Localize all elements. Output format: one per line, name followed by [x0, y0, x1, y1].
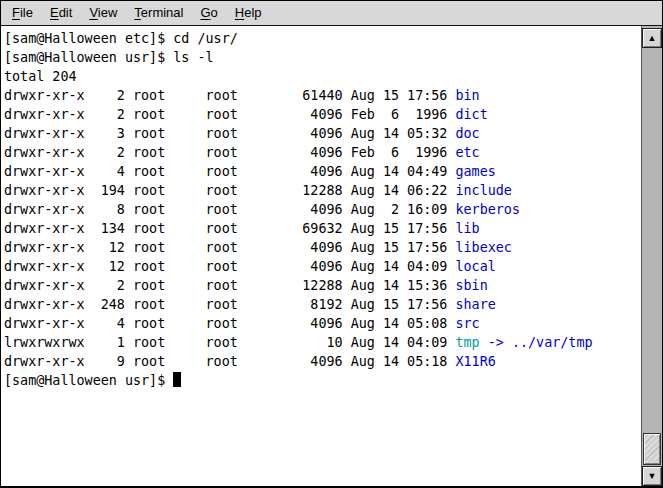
text-segment — [480, 335, 488, 350]
text-segment: drwxr-xr-x 194 root root 12288 Aug 14 06… — [4, 183, 455, 198]
terminal-line: drwxr-xr-x 12 root root 4096 Aug 14 04:0… — [4, 257, 641, 276]
text-segment: drwxr-xr-x 2 root root 4096 Feb 6 1996 — [4, 145, 455, 160]
menu-item-label: V — [89, 5, 97, 20]
text-segment: include — [455, 183, 511, 198]
text-segment: drwxr-xr-x 2 root root 61440 Aug 15 17:5… — [4, 88, 455, 103]
menu-item-label: G — [200, 5, 210, 20]
text-segment: lib — [455, 221, 479, 236]
text-segment: dict — [455, 107, 487, 122]
text-segment: etc — [455, 145, 479, 160]
up-arrow-icon: ▲ — [648, 34, 657, 43]
text-segment: -> ../var/tmp — [488, 335, 593, 350]
terminal-line: lrwxrwxrwx 1 root root 10 Aug 14 04:09 t… — [4, 333, 641, 352]
text-segment: local — [455, 259, 495, 274]
menu-item-help[interactable]: Help — [228, 3, 269, 23]
text-segment: drwxr-xr-x 9 root root 4096 Aug 14 05:18 — [4, 354, 455, 369]
scrollbar: ▲ ▼ — [641, 26, 662, 486]
menu-item-label: E — [50, 5, 59, 20]
text-segment: games — [455, 164, 495, 179]
scroll-up-button[interactable]: ▲ — [642, 28, 662, 48]
menu-item-label: T — [134, 5, 141, 20]
text-segment: tmp — [455, 335, 479, 350]
terminal-line: total 204 — [4, 67, 641, 86]
text-segment: drwxr-xr-x 4 root root 4096 Aug 14 04:49 — [4, 164, 455, 179]
terminal-line: drwxr-xr-x 134 root root 69632 Aug 15 17… — [4, 219, 641, 238]
text-segment: [sam@Halloween usr]$ ls -l — [4, 50, 214, 65]
text-segment: drwxr-xr-x 8 root root 4096 Aug 2 16:09 — [4, 202, 455, 217]
scroll-down-button[interactable]: ▼ — [642, 466, 662, 486]
terminal-line: [sam@Halloween usr]$ — [4, 371, 641, 390]
text-segment: drwxr-xr-x 2 root root 4096 Feb 6 1996 — [4, 107, 455, 122]
text-segment: drwxr-xr-x 134 root root 69632 Aug 15 17… — [4, 221, 455, 236]
terminal-line: drwxr-xr-x 4 root root 4096 Aug 14 04:49… — [4, 162, 641, 181]
terminal-line: drwxr-xr-x 4 root root 4096 Aug 14 05:08… — [4, 314, 641, 333]
text-cursor — [173, 372, 181, 387]
text-segment: [sam@Halloween usr]$ — [4, 373, 173, 388]
text-segment: doc — [455, 126, 479, 141]
text-segment: drwxr-xr-x 12 root root 4096 Aug 15 17:5… — [4, 240, 455, 255]
menu-item-terminal[interactable]: Terminal — [127, 3, 190, 23]
scrollbar-track[interactable] — [642, 50, 662, 464]
menu-item-view[interactable]: View — [82, 3, 124, 23]
menu-bar: FileEditViewTerminalGoHelp — [1, 1, 662, 26]
terminal-line: drwxr-xr-x 8 root root 4096 Aug 2 16:09 … — [4, 200, 641, 219]
menu-item-label: F — [12, 5, 20, 20]
text-segment: drwxr-xr-x 3 root root 4096 Aug 14 05:32 — [4, 126, 455, 141]
terminal-line: drwxr-xr-x 2 root root 4096 Feb 6 1996 e… — [4, 143, 641, 162]
terminal-line: drwxr-xr-x 9 root root 4096 Aug 14 05:18… — [4, 352, 641, 371]
text-segment: share — [455, 297, 495, 312]
terminal-window: FileEditViewTerminalGoHelp [sam@Hallowee… — [0, 0, 663, 488]
text-segment: drwxr-xr-x 12 root root 4096 Aug 14 04:0… — [4, 259, 455, 274]
text-segment: bin — [455, 88, 479, 103]
terminal-line: drwxr-xr-x 248 root root 8192 Aug 15 17:… — [4, 295, 641, 314]
text-segment: total 204 — [4, 69, 77, 84]
text-segment: lrwxrwxrwx 1 root root 10 Aug 14 04:09 — [4, 335, 455, 350]
menu-item-go[interactable]: Go — [193, 3, 224, 23]
terminal-line: drwxr-xr-x 194 root root 12288 Aug 14 06… — [4, 181, 641, 200]
text-segment: src — [455, 316, 479, 331]
terminal-line: drwxr-xr-x 12 root root 4096 Aug 15 17:5… — [4, 238, 641, 257]
terminal-line: drwxr-xr-x 3 root root 4096 Aug 14 05:32… — [4, 124, 641, 143]
terminal-line: drwxr-xr-x 2 root root 4096 Feb 6 1996 d… — [4, 105, 641, 124]
terminal-screen[interactable]: [sam@Halloween etc]$ cd /usr/[sam@Hallow… — [1, 26, 641, 486]
terminal-line: [sam@Halloween usr]$ ls -l — [4, 48, 641, 67]
text-segment: libexec — [455, 240, 511, 255]
menu-item-file[interactable]: File — [5, 3, 40, 23]
menu-item-label: H — [235, 5, 244, 20]
text-segment: drwxr-xr-x 248 root root 8192 Aug 15 17:… — [4, 297, 455, 312]
terminal-line: [sam@Halloween etc]$ cd /usr/ — [4, 29, 641, 48]
text-segment: drwxr-xr-x 4 root root 4096 Aug 14 05:08 — [4, 316, 455, 331]
down-arrow-icon: ▼ — [648, 472, 657, 481]
terminal-line: drwxr-xr-x 2 root root 61440 Aug 15 17:5… — [4, 86, 641, 105]
text-segment: X11R6 — [455, 354, 495, 369]
text-segment: kerberos — [455, 202, 520, 217]
text-segment: sbin — [455, 278, 487, 293]
text-segment: [sam@Halloween etc]$ cd /usr/ — [4, 31, 238, 46]
menu-item-edit[interactable]: Edit — [43, 3, 79, 23]
scrollbar-thumb[interactable] — [643, 433, 661, 465]
text-segment: drwxr-xr-x 2 root root 12288 Aug 14 15:3… — [4, 278, 455, 293]
terminal-line: drwxr-xr-x 2 root root 12288 Aug 14 15:3… — [4, 276, 641, 295]
